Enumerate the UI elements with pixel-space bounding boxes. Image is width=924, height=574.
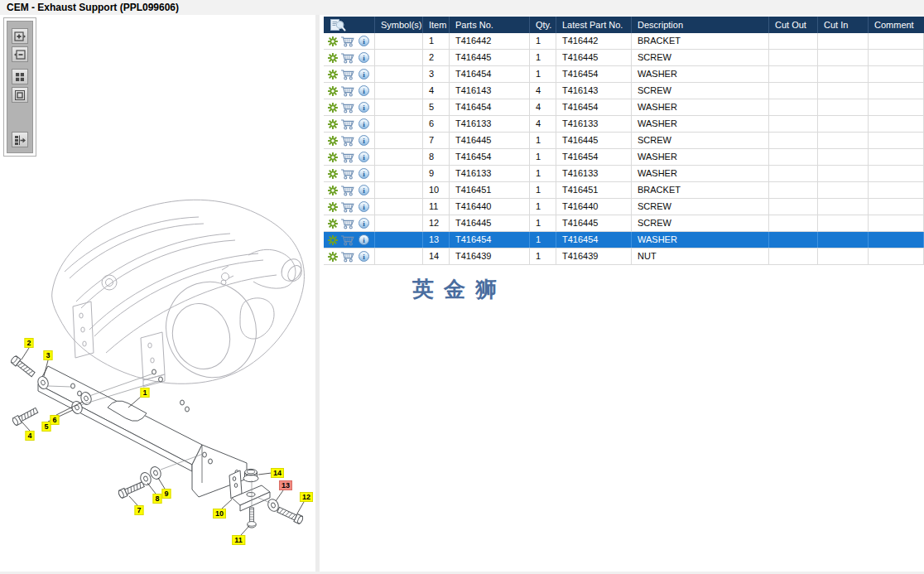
- diagram-callout-11[interactable]: 11: [232, 535, 245, 545]
- cell-qty[interactable]: 1: [530, 248, 556, 264]
- cell-latest[interactable]: T416445: [556, 215, 632, 231]
- cell-qty[interactable]: 1: [530, 66, 556, 82]
- cart-icon[interactable]: [340, 201, 356, 213]
- cell-qty[interactable]: 1: [530, 33, 556, 49]
- table-row[interactable]: i6T4161334T416133WASHER: [324, 116, 924, 133]
- table-row[interactable]: i5T4164544T416454WASHER: [324, 99, 924, 116]
- cell-symbols[interactable]: [375, 149, 423, 165]
- cell-comment[interactable]: [869, 149, 924, 165]
- diagram-callout-3[interactable]: 3: [43, 350, 52, 360]
- diagram-callout-6[interactable]: 6: [50, 415, 59, 425]
- cell-symbols[interactable]: [375, 99, 423, 115]
- column-header-comment[interactable]: Comment: [869, 17, 924, 33]
- info-icon[interactable]: i: [359, 36, 369, 46]
- cart-icon[interactable]: [340, 118, 356, 130]
- cell-desc[interactable]: WASHER: [632, 66, 769, 82]
- cart-icon[interactable]: [340, 234, 356, 246]
- cell-cut_in[interactable]: [818, 149, 869, 165]
- cell-desc[interactable]: BRACKET: [632, 182, 769, 198]
- cell-parts_no[interactable]: T416133: [450, 166, 530, 181]
- cell-symbols[interactable]: [375, 182, 423, 198]
- cell-cut_in[interactable]: [818, 199, 869, 215]
- cell-symbols[interactable]: [375, 66, 423, 82]
- gear-icon[interactable]: [328, 152, 338, 162]
- column-header-desc[interactable]: Description: [632, 17, 769, 33]
- cell-latest[interactable]: T416442: [556, 33, 632, 49]
- diagram-callout-7[interactable]: 7: [134, 505, 143, 515]
- cell-comment[interactable]: [869, 215, 924, 231]
- gear-icon[interactable]: [328, 169, 338, 179]
- gear-icon[interactable]: [328, 53, 338, 63]
- zoom-in-button[interactable]: [12, 28, 28, 44]
- cell-item[interactable]: 3: [423, 66, 450, 82]
- cell-item[interactable]: 7: [423, 133, 450, 148]
- gear-icon[interactable]: [328, 252, 338, 262]
- info-icon[interactable]: i: [359, 168, 369, 179]
- info-icon[interactable]: i: [359, 152, 369, 162]
- table-row[interactable]: i13T4164541T416454WASHER: [324, 232, 924, 248]
- diagram-callout-2[interactable]: 2: [24, 338, 33, 348]
- gear-icon[interactable]: [328, 86, 338, 96]
- column-header-item[interactable]: Item: [423, 17, 450, 33]
- cell-desc[interactable]: SCREW: [632, 133, 769, 148]
- cell-qty[interactable]: 1: [530, 215, 556, 231]
- cell-comment[interactable]: [869, 99, 924, 115]
- cell-latest[interactable]: T416143: [556, 83, 632, 99]
- cell-cut_out[interactable]: [769, 199, 818, 215]
- cell-cut_out[interactable]: [769, 83, 818, 99]
- cell-qty[interactable]: 4: [530, 116, 556, 132]
- cell-comment[interactable]: [869, 166, 924, 181]
- zoom-out-button[interactable]: [12, 46, 28, 62]
- cell-item[interactable]: 4: [423, 83, 450, 99]
- table-row[interactable]: i4T4161434T416143SCREW: [324, 83, 924, 99]
- info-icon[interactable]: i: [359, 234, 369, 245]
- cell-desc[interactable]: WASHER: [632, 116, 769, 132]
- cell-parts_no[interactable]: T416143: [450, 83, 530, 99]
- gear-icon[interactable]: [328, 70, 338, 80]
- cell-symbols[interactable]: [375, 116, 423, 132]
- table-row[interactable]: i1T4164421T416442BRACKET: [324, 33, 924, 50]
- cell-comment[interactable]: [869, 133, 924, 148]
- cell-desc[interactable]: WASHER: [632, 232, 769, 248]
- cell-cut_in[interactable]: [818, 83, 869, 99]
- gear-icon[interactable]: [328, 235, 338, 245]
- diagram-callout-12[interactable]: 12: [300, 492, 313, 502]
- cell-comment[interactable]: [869, 66, 924, 82]
- cell-qty[interactable]: 4: [530, 99, 556, 115]
- gear-icon[interactable]: [328, 202, 338, 212]
- cart-icon[interactable]: [340, 168, 356, 180]
- cell-symbols[interactable]: [375, 199, 423, 215]
- table-row[interactable]: i2T4164451T416445SCREW: [324, 50, 924, 66]
- cell-item[interactable]: 1: [423, 33, 450, 49]
- fit-view-button[interactable]: [12, 87, 28, 103]
- panel-splitter[interactable]: [315, 15, 320, 574]
- cell-qty[interactable]: 1: [530, 133, 556, 148]
- cell-item[interactable]: 12: [423, 215, 450, 231]
- cell-cut_in[interactable]: [818, 50, 869, 65]
- cell-latest[interactable]: T416454: [556, 232, 632, 248]
- diagram-callout-10[interactable]: 10: [213, 509, 226, 519]
- cell-cut_out[interactable]: [769, 33, 818, 49]
- cell-cut_in[interactable]: [818, 99, 869, 115]
- cell-symbols[interactable]: [375, 232, 423, 248]
- cart-icon[interactable]: [340, 135, 356, 147]
- cell-parts_no[interactable]: T416442: [450, 33, 530, 49]
- cell-cut_out[interactable]: [769, 50, 818, 65]
- cell-cut_in[interactable]: [818, 215, 869, 231]
- cart-icon[interactable]: [340, 36, 356, 47]
- gear-icon[interactable]: [328, 219, 338, 229]
- cell-symbols[interactable]: [375, 83, 423, 99]
- cell-desc[interactable]: WASHER: [632, 149, 769, 165]
- diagram-callout-14[interactable]: 14: [271, 468, 284, 478]
- cell-qty[interactable]: 1: [530, 166, 556, 181]
- info-icon[interactable]: i: [359, 85, 369, 96]
- tile-view-button[interactable]: [12, 69, 28, 84]
- cell-item[interactable]: 9: [423, 166, 450, 181]
- cart-icon[interactable]: [340, 218, 356, 229]
- info-icon[interactable]: i: [359, 135, 369, 146]
- cell-qty[interactable]: 1: [530, 232, 556, 248]
- cell-cut_in[interactable]: [818, 166, 869, 181]
- cell-latest[interactable]: T416454: [556, 99, 632, 115]
- column-header-cut_out[interactable]: Cut Out: [769, 17, 818, 33]
- gear-icon[interactable]: [328, 36, 338, 46]
